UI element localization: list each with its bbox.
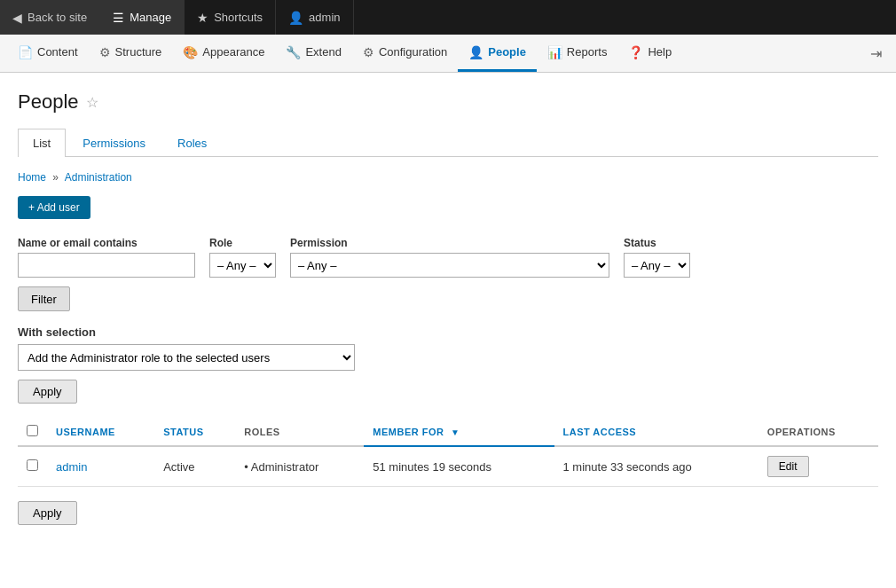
th-operations-label: OPERATIONS <box>767 427 836 437</box>
nav-reports-label: Reports <box>567 45 608 59</box>
content-icon: 📄 <box>18 45 33 59</box>
th-status[interactable]: STATUS <box>154 418 235 446</box>
th-roles: ROLES <box>235 418 364 446</box>
star-icon: ★ <box>197 11 208 25</box>
arrow-left-icon: ◀ <box>12 11 22 25</box>
nav-structure[interactable]: ⚙ Structure <box>89 35 173 72</box>
row-last-access-cell: 1 minute 33 seconds ago <box>554 446 758 487</box>
status-filter-field: Status – Any – <box>624 237 690 278</box>
people-icon: 👤 <box>468 45 483 59</box>
row-member-for-cell: 51 minutes 19 seconds <box>364 446 554 487</box>
nav-appearance-label: Appearance <box>202 45 264 59</box>
nav-configuration[interactable]: ⚙ Configuration <box>352 35 458 72</box>
row-roles-value: Administrator <box>244 460 318 474</box>
filter-row: Name or email contains Role – Any – Perm… <box>18 237 878 278</box>
secondary-nav: 📄 Content ⚙ Structure 🎨 Appearance 🔧 Ext… <box>0 35 896 73</box>
status-filter-select[interactable]: – Any – <box>624 253 690 278</box>
shortcuts-label: Shortcuts <box>214 11 263 24</box>
tab-permissions[interactable]: Permissions <box>67 129 161 157</box>
nav-content[interactable]: 📄 Content <box>7 35 89 72</box>
add-user-button[interactable]: + Add user <box>18 196 90 219</box>
row-operations-cell: Edit <box>758 446 878 487</box>
with-selection-row: Add the Administrator role to the select… <box>18 344 878 371</box>
nav-extend-label: Extend <box>305 45 341 59</box>
permission-filter-select[interactable]: – Any – <box>290 253 609 278</box>
manage-link[interactable]: ☰ Manage <box>100 0 185 35</box>
manage-label: Manage <box>130 11 171 24</box>
name-filter-field: Name or email contains <box>18 237 195 278</box>
th-roles-label: ROLES <box>244 427 279 437</box>
page-content: People ☆ List Permissions Roles Home » A… <box>0 73 896 557</box>
th-member-for[interactable]: MEMBER FOR ▼ <box>364 418 554 446</box>
status-filter-label: Status <box>624 237 690 249</box>
name-filter-input[interactable] <box>18 253 195 278</box>
config-icon: ⚙ <box>363 45 374 59</box>
admin-user-link[interactable]: 👤 admin <box>276 0 353 35</box>
users-table: USERNAME STATUS ROLES MEMBER FOR ▼ LAST … <box>18 418 878 487</box>
nav-people[interactable]: 👤 People <box>458 35 537 72</box>
filter-section: Name or email contains Role – Any – Perm… <box>18 237 878 311</box>
row-checkbox-cell <box>18 446 47 487</box>
nav-toggle[interactable]: ⇥ <box>863 45 889 62</box>
structure-icon: ⚙ <box>99 45 111 59</box>
user-icon: 👤 <box>288 11 303 25</box>
nav-extend[interactable]: 🔧 Extend <box>275 35 351 72</box>
permission-filter-field: Permission – Any – <box>290 237 609 278</box>
menu-icon: ☰ <box>113 11 124 25</box>
reports-icon: 📊 <box>547 45 562 59</box>
table-row: admin Active Administrator 51 minutes 19… <box>18 446 878 487</box>
admin-bar: ◀ Back to site ☰ Manage ★ Shortcuts 👤 ad… <box>0 0 896 35</box>
back-to-site-label: Back to site <box>28 11 87 24</box>
nav-reports[interactable]: 📊 Reports <box>537 35 618 72</box>
nav-content-label: Content <box>37 45 78 59</box>
name-filter-label: Name or email contains <box>18 237 195 249</box>
table-header-row: USERNAME STATUS ROLES MEMBER FOR ▼ LAST … <box>18 418 878 446</box>
th-username[interactable]: USERNAME <box>47 418 154 446</box>
role-filter-label: Role <box>209 237 276 249</box>
row-member-for-value: 51 minutes 19 seconds <box>373 460 491 474</box>
select-all-checkbox[interactable] <box>27 425 38 436</box>
apply-top-button[interactable]: Apply <box>18 380 77 404</box>
permission-filter-label: Permission <box>290 237 609 249</box>
th-username-label: USERNAME <box>56 427 115 437</box>
back-to-site-link[interactable]: ◀ Back to site <box>0 0 100 35</box>
nav-people-label: People <box>488 45 526 59</box>
appearance-icon: 🎨 <box>183 45 198 59</box>
row-status-cell: Active <box>154 446 235 487</box>
page-title: People ☆ <box>18 90 878 114</box>
shortcuts-link[interactable]: ★ Shortcuts <box>185 0 276 35</box>
apply-bottom-button[interactable]: Apply <box>18 501 77 525</box>
breadcrumb: Home » Administration <box>18 171 878 184</box>
filter-button[interactable]: Filter <box>18 286 70 311</box>
nav-configuration-label: Configuration <box>379 45 447 59</box>
extend-icon: 🔧 <box>286 45 301 59</box>
breadcrumb-admin[interactable]: Administration <box>65 171 132 184</box>
row-edit-button[interactable]: Edit <box>767 456 809 477</box>
sort-down-icon: ▼ <box>451 427 460 437</box>
th-member-for-label: MEMBER FOR <box>373 427 444 437</box>
nav-help[interactable]: ❓ Help <box>617 35 682 72</box>
role-filter-field: Role – Any – <box>209 237 276 278</box>
breadcrumb-home[interactable]: Home <box>18 171 46 184</box>
nav-structure-label: Structure <box>115 45 162 59</box>
help-icon: ❓ <box>628 45 643 59</box>
row-roles-cell: Administrator <box>235 446 364 487</box>
th-last-access-label: LAST ACCESS <box>563 427 637 437</box>
role-filter-select[interactable]: – Any – <box>209 253 276 278</box>
nav-appearance[interactable]: 🎨 Appearance <box>172 35 275 72</box>
nav-help-label: Help <box>648 45 672 59</box>
row-status-value: Active <box>163 460 194 474</box>
tab-roles[interactable]: Roles <box>162 129 222 157</box>
select-all-header <box>18 418 47 446</box>
shortcut-star-icon[interactable]: ☆ <box>86 94 98 111</box>
breadcrumb-sep: » <box>52 171 59 184</box>
row-checkbox[interactable] <box>27 459 38 471</box>
th-last-access[interactable]: LAST ACCESS <box>554 418 758 446</box>
th-operations: OPERATIONS <box>758 418 878 446</box>
tab-list[interactable]: List <box>18 129 66 157</box>
with-selection-select[interactable]: Add the Administrator role to the select… <box>18 344 355 371</box>
with-selection-section: With selection Add the Administrator rol… <box>18 325 878 418</box>
row-username-link[interactable]: admin <box>56 460 87 474</box>
row-last-access-value: 1 minute 33 seconds ago <box>563 460 692 474</box>
page-title-text: People <box>18 90 79 114</box>
